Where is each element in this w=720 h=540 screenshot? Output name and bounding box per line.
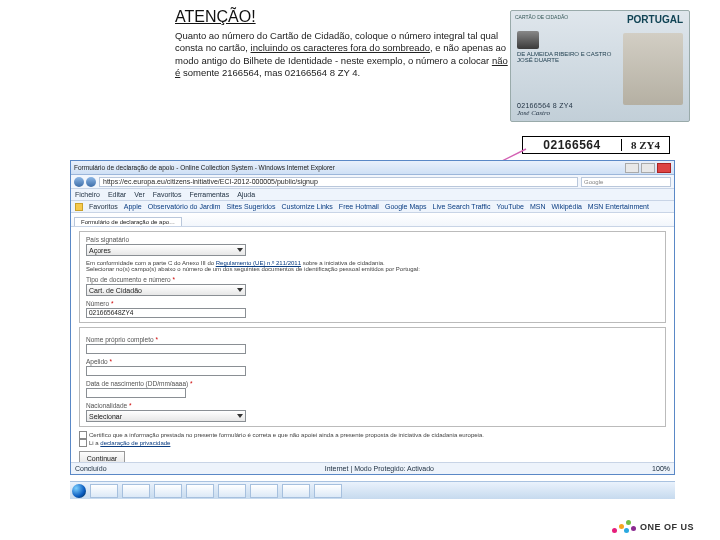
maximize-button[interactable]	[641, 163, 655, 173]
nat-select[interactable]: Selecionar	[86, 410, 246, 422]
card-signature: José Castro	[517, 109, 627, 117]
taskbar-item[interactable]	[154, 484, 182, 498]
zoom-value: 100%	[652, 465, 670, 472]
surname-label: Apelido *	[86, 358, 659, 365]
menu-view[interactable]: Ver	[134, 191, 145, 198]
number-callout-box: 02166564 8 ZY4	[522, 136, 670, 154]
taskbar	[70, 481, 675, 499]
taskbar-item[interactable]	[218, 484, 246, 498]
number-suffix: 8 ZY4	[621, 139, 669, 151]
taskbar-item[interactable]	[90, 484, 118, 498]
para-seg3: somente 2166564, mas 02166564 8 ZY 4.	[180, 67, 360, 78]
taskbar-item[interactable]	[186, 484, 214, 498]
menu-file[interactable]: Ficheiro	[75, 191, 100, 198]
favorites-bar: Favoritos Apple Observatório do Jardim S…	[71, 201, 674, 213]
doctype-value: Cart. de Cidadão	[89, 287, 142, 294]
fav-gmaps[interactable]: Google Maps	[385, 203, 427, 210]
chip-icon	[517, 31, 539, 49]
fav-youtube[interactable]: YouTube	[496, 203, 524, 210]
fav-hotmail[interactable]: Free Hotmail	[339, 203, 379, 210]
taskbar-item[interactable]	[122, 484, 150, 498]
nat-label: Nacionalidade *	[86, 402, 659, 409]
active-tab[interactable]: Formulário de declaração de apo…	[74, 217, 182, 226]
logo-text: ONE OF US	[640, 522, 694, 532]
fav-custom[interactable]: Customize Links	[282, 203, 333, 210]
fullname-input[interactable]	[86, 344, 246, 354]
number-input[interactable]: 021665648ZY4	[86, 308, 246, 318]
para-underline1: incluindo os caracteres fora do sombread…	[251, 42, 431, 53]
continue-button[interactable]: Continuar	[79, 451, 125, 462]
browser-window: Formulário de declaração de apoio - Onli…	[70, 160, 675, 475]
one-of-us-logo: ONE OF US	[610, 518, 694, 536]
menu-help[interactable]: Ajuda	[237, 191, 255, 198]
certify-checkbox[interactable]	[79, 431, 87, 439]
close-button[interactable]	[657, 163, 671, 173]
card-number-row: 02166564 8 ZY4 José Castro	[517, 102, 627, 117]
intro-text2: Selecionar no(s) campo(s) abaixo o númer…	[86, 266, 659, 272]
fav-obs[interactable]: Observatório do Jardim	[148, 203, 221, 210]
star-icon[interactable]	[75, 203, 83, 211]
search-placeholder: Google	[582, 179, 603, 185]
menu-edit[interactable]: Editar	[108, 191, 126, 198]
card-name: DE ALMEIDA RIBEIRO E CASTRO JOSÉ DUARTE	[517, 51, 611, 63]
menu-tools[interactable]: Ferramentas	[190, 191, 230, 198]
taskbar-item[interactable]	[250, 484, 278, 498]
card-number: 02166564 8 ZY4	[517, 102, 627, 109]
page-content: País signatário Açores Em conformidade c…	[71, 227, 674, 462]
browser-titlebar: Formulário de declaração de apoio - Onli…	[71, 161, 674, 175]
browser-address-bar: https://ec.europa.eu/citizens-initiative…	[71, 175, 674, 189]
browser-menu: Ficheiro Editar Ver Favoritos Ferramenta…	[71, 189, 674, 201]
tab-strip: Formulário de declaração de apo…	[71, 213, 674, 227]
chevron-down-icon	[237, 288, 243, 292]
fav-sugg[interactable]: Sites Sugeridos	[226, 203, 275, 210]
minimize-button[interactable]	[625, 163, 639, 173]
start-button[interactable]	[72, 484, 86, 498]
taskbar-item[interactable]	[314, 484, 342, 498]
nat-value: Selecionar	[89, 413, 122, 420]
status-mid: Internet | Modo Protegido: Activado	[325, 465, 434, 472]
id-card: CARTÃO DE CIDADÃO PORTUGAL DE ALMEIDA RI…	[510, 10, 690, 122]
url-field[interactable]: https://ec.europa.eu/citizens-initiative…	[99, 177, 578, 187]
search-field[interactable]: Google	[581, 177, 671, 187]
card-country: PORTUGAL	[627, 14, 683, 25]
chevron-down-icon	[237, 248, 243, 252]
check-row-1: Certifico que a informação prestada no p…	[79, 431, 666, 439]
window-title: Formulário de declaração de apoio - Onli…	[74, 164, 335, 171]
doctype-select[interactable]: Cart. de Cidadão	[86, 284, 246, 296]
taskbar-item[interactable]	[282, 484, 310, 498]
number-label: Número *	[86, 300, 659, 307]
country-select[interactable]: Açores	[86, 244, 246, 256]
forward-button[interactable]	[86, 177, 96, 187]
fav-msnent[interactable]: MSN Entertainment	[588, 203, 649, 210]
zoom-control[interactable]: 100%	[652, 465, 670, 472]
personal-section: Nome próprio completo * Apelido * Data d…	[79, 327, 666, 427]
doctype-label: Tipo de documento e número *	[86, 276, 659, 283]
menu-favorites[interactable]: Favoritos	[153, 191, 182, 198]
chevron-down-icon	[237, 414, 243, 418]
fav-msn[interactable]: MSN	[530, 203, 546, 210]
check-row-2: Li a declaração de privacidade	[79, 439, 666, 447]
fav-traffic[interactable]: Live Search Traffic	[433, 203, 491, 210]
attention-paragraph: Quanto ao número do Cartão de Cidadão, c…	[175, 30, 515, 79]
card-photo	[623, 33, 683, 105]
country-value: Açores	[89, 247, 111, 254]
attention-title: ATENÇÃO!	[175, 8, 515, 26]
status-bar: Concluído Internet | Modo Protegido: Act…	[71, 462, 674, 474]
country-section: País signatário Açores Em conformidade c…	[79, 231, 666, 323]
back-button[interactable]	[74, 177, 84, 187]
card-firstname: JOSÉ DUARTE	[517, 57, 611, 63]
fav-apple[interactable]: Apple	[124, 203, 142, 210]
fav-label[interactable]: Favoritos	[89, 203, 118, 210]
number-main: 02166564	[523, 138, 621, 152]
fullname-label: Nome próprio completo *	[86, 336, 659, 343]
dob-label: Data de nascimento (DD/mm/aaaa) *	[86, 380, 659, 387]
privacy-checkbox[interactable]	[79, 439, 87, 447]
logo-icon	[610, 518, 638, 536]
fav-wiki[interactable]: Wikipédia	[552, 203, 582, 210]
country-label: País signatário	[86, 236, 129, 243]
privacy-link[interactable]: declaração de privacidade	[100, 440, 170, 446]
dob-input[interactable]	[86, 388, 186, 398]
surname-input[interactable]	[86, 366, 246, 376]
status-left: Concluído	[75, 465, 107, 472]
